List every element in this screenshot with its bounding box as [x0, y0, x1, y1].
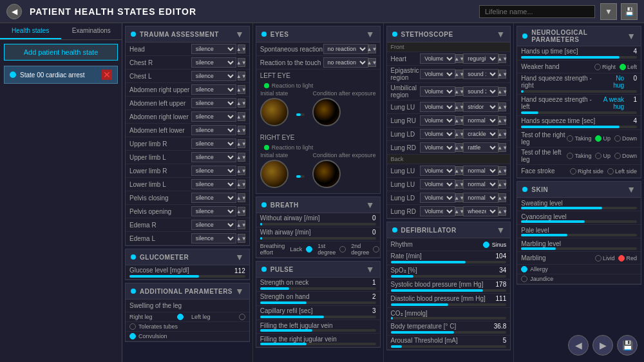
convulsion-check[interactable]: [129, 333, 136, 339]
umb-vol-spin[interactable]: ▲▼: [455, 87, 463, 96]
defibrillator-expand[interactable]: ▼: [496, 225, 505, 235]
temp-track[interactable]: [391, 331, 507, 334]
abd-ru-select[interactable]: silence: [191, 84, 236, 95]
right-down-radio[interactable]: Down: [614, 135, 637, 142]
lung-ru-f-spin[interactable]: ▲▼: [455, 116, 463, 125]
neck-track[interactable]: [260, 287, 376, 290]
right-side-radio[interactable]: Right side: [570, 168, 603, 175]
heart-sound[interactable]: regurgitation: [463, 53, 498, 64]
epi-sound[interactable]: sound 1: [463, 69, 498, 79]
lack-radio[interactable]: [306, 246, 312, 252]
tolerates-check[interactable]: [129, 323, 136, 330]
lung-ld-b-sound-spin[interactable]: ▲▼: [498, 193, 506, 202]
lung-ru-f-sound[interactable]: normal: [463, 115, 498, 126]
left-leg-radio[interactable]: [239, 314, 245, 320]
tab-health-states[interactable]: Health states: [0, 23, 61, 39]
abd-ll-spin[interactable]: ▲▼: [238, 126, 245, 135]
umb-sound[interactable]: sound 2: [463, 86, 498, 97]
without-airway-track[interactable]: [260, 223, 376, 225]
left-side-radio[interactable]: Left side: [607, 168, 637, 175]
trauma-expand[interactable]: ▼: [235, 29, 244, 39]
spo2-track[interactable]: [391, 275, 507, 278]
lung-ru-f-sound-spin[interactable]: ▲▼: [498, 116, 506, 125]
lung-rd-f-spin[interactable]: ▲▼: [455, 143, 463, 152]
squeeze-right-track[interactable]: [521, 90, 637, 93]
chest-r-select[interactable]: silence: [191, 57, 236, 68]
glucometer-expand[interactable]: ▼: [235, 252, 244, 262]
head-select[interactable]: silence: [191, 44, 236, 54]
lung-rd-b-sound[interactable]: wheeze: [463, 206, 498, 216]
heart-vol-spin[interactable]: ▲▼: [455, 54, 463, 63]
heart-sound-spin[interactable]: ▲▼: [498, 54, 506, 63]
hand-track[interactable]: [260, 301, 376, 304]
nav-save-button[interactable]: 💾: [617, 335, 638, 356]
pelvis-o-spin[interactable]: ▲▼: [238, 207, 245, 216]
left-taking-radio[interactable]: Taking: [567, 153, 591, 159]
chest-r-spin[interactable]: ▲▼: [238, 58, 245, 67]
state-item[interactable]: State 00 cardiac arrest ✕: [4, 66, 118, 84]
capillary-track[interactable]: [260, 316, 376, 318]
lung-lu-f-spin[interactable]: ▲▼: [455, 102, 463, 111]
squeeze-left-track[interactable]: [521, 111, 637, 114]
skin-expand[interactable]: ▼: [627, 184, 636, 195]
right-taking-radio[interactable]: Taking: [567, 135, 591, 142]
second-degree-radio[interactable]: [373, 246, 379, 252]
back-button[interactable]: ◀: [6, 4, 22, 19]
abd-lu-spin[interactable]: ▲▼: [238, 99, 245, 108]
right-eye-slider[interactable]: [296, 175, 305, 178]
lung-ld-f-sound[interactable]: crackles: [463, 129, 498, 139]
lower-l-spin[interactable]: ▲▼: [238, 180, 245, 189]
edema-r-select[interactable]: silence: [191, 220, 236, 230]
diastolic-track[interactable]: [391, 303, 507, 306]
abd-rl-select[interactable]: silence: [191, 111, 236, 122]
first-degree-radio[interactable]: [339, 246, 346, 252]
umb-sound-spin[interactable]: ▲▼: [498, 87, 506, 96]
lung-ru-b-sound-spin[interactable]: ▲▼: [498, 180, 506, 189]
edema-l-spin[interactable]: ▲▼: [238, 234, 245, 243]
lung-ru-b-sound[interactable]: normal: [463, 179, 498, 189]
lung-ld-b-spin[interactable]: ▲▼: [455, 193, 463, 202]
pelvis-c-select[interactable]: silence: [191, 193, 236, 203]
upper-l-spin[interactable]: ▲▼: [238, 153, 245, 162]
abd-rl-spin[interactable]: ▲▼: [238, 112, 245, 121]
neuro-expand[interactable]: ▼: [627, 31, 636, 41]
head-spin[interactable]: ▲▼: [238, 44, 245, 53]
left-eye-slider[interactable]: [296, 113, 305, 116]
rate-track[interactable]: [391, 261, 507, 263]
upper-r-spin[interactable]: ▲▼: [238, 139, 245, 148]
lung-ld-b-vol[interactable]: Volume 3: [420, 193, 455, 203]
lung-ld-f-sound-spin[interactable]: ▲▼: [498, 129, 506, 138]
lung-lu-b-sound[interactable]: normal: [463, 166, 498, 176]
epi-vol-spin[interactable]: ▲▼: [455, 70, 463, 79]
dropdown-button[interactable]: ▼: [600, 3, 617, 20]
pelvis-c-spin[interactable]: ▲▼: [238, 193, 245, 202]
lung-rd-b-sound-spin[interactable]: ▲▼: [498, 207, 506, 216]
spontaneous-select[interactable]: no reaction: [323, 44, 368, 54]
epi-sound-spin[interactable]: ▲▼: [498, 70, 506, 79]
hands-up-track[interactable]: [521, 56, 637, 59]
abd-lu-select[interactable]: silence: [191, 98, 236, 108]
lung-rd-b-vol[interactable]: Volume 3: [420, 206, 455, 216]
epi-vol[interactable]: Volume 3: [420, 69, 455, 79]
pulse-expand[interactable]: ▼: [366, 264, 375, 274]
lung-ld-f-spin[interactable]: ▲▼: [455, 129, 463, 138]
spontaneous-spin[interactable]: ▲▼: [368, 44, 376, 53]
edema-r-spin[interactable]: ▲▼: [238, 220, 245, 229]
next-button[interactable]: ▶: [592, 335, 613, 356]
lower-r-select[interactable]: silence: [191, 166, 236, 176]
lung-rd-f-sound-spin[interactable]: ▲▼: [498, 143, 506, 152]
upper-l-select[interactable]: silence: [191, 152, 236, 162]
heart-vol[interactable]: Volume 3: [420, 53, 455, 64]
systolic-track[interactable]: [391, 289, 507, 292]
touch-select[interactable]: no reaction: [323, 57, 368, 68]
pale-track[interactable]: [521, 234, 637, 236]
add-state-button[interactable]: Add patient health state: [4, 44, 118, 61]
lung-ru-b-vol[interactable]: Volume 3: [420, 179, 455, 189]
lower-l-select[interactable]: silence: [191, 179, 236, 189]
lung-ld-f-vol[interactable]: Volume 3: [420, 129, 455, 139]
right-up-radio[interactable]: Up: [595, 135, 611, 142]
livid-radio[interactable]: Livid: [595, 255, 615, 262]
marbling-track[interactable]: [521, 247, 637, 250]
lung-lu-b-vol[interactable]: Volume 3: [420, 166, 455, 176]
allergy-check[interactable]: [521, 266, 527, 272]
